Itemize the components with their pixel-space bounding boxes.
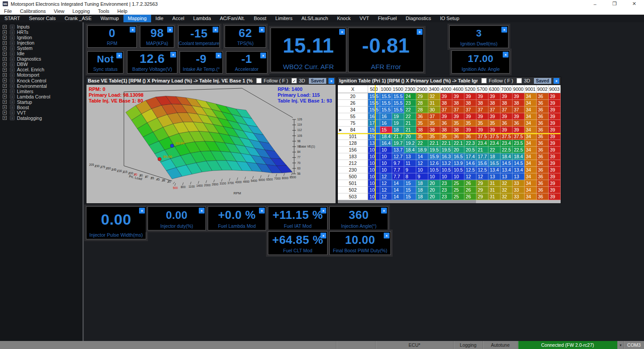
table-cell[interactable]: 23.4: [488, 140, 500, 147]
expand-icon[interactable]: +: [3, 94, 7, 99]
table-cell[interactable]: 38: [500, 100, 513, 107]
table-cell[interactable]: 15.5: [380, 107, 392, 113]
table-cell[interactable]: 12: [380, 180, 392, 187]
expand-icon[interactable]: +: [3, 57, 7, 61]
table-cell[interactable]: 20: [404, 133, 416, 140]
table-cell[interactable]: 10: [452, 173, 464, 180]
row-header-101[interactable]: 101: [338, 133, 368, 140]
table-cell[interactable]: 35: [428, 120, 440, 127]
table-cell[interactable]: 9: [416, 173, 428, 180]
table-cell[interactable]: 36: [537, 140, 549, 147]
table-cell[interactable]: 22.1: [440, 140, 452, 147]
table-cell[interactable]: 10: [368, 193, 380, 200]
table-cell[interactable]: 39: [452, 93, 464, 100]
menu-logging[interactable]: Logging: [68, 8, 94, 15]
table-cell[interactable]: 34: [525, 107, 537, 113]
gauge-close-icon[interactable]: x: [213, 27, 218, 33]
table-cell[interactable]: 34: [525, 173, 537, 180]
column-header-9003[interactable]: 9003: [549, 85, 561, 93]
gauge-close-icon[interactable]: x: [139, 208, 145, 214]
table-cell[interactable]: 39: [549, 133, 561, 140]
table-cell[interactable]: 39: [500, 127, 513, 133]
table-cell[interactable]: 39: [476, 93, 488, 100]
table-cell[interactable]: 10: [440, 173, 452, 180]
table-cell[interactable]: 10: [428, 173, 440, 180]
gauge-close-icon[interactable]: x: [216, 53, 222, 58]
column-header-5700[interactable]: 5700: [476, 85, 488, 93]
table-cell[interactable]: 15: [404, 193, 416, 200]
table-cell[interactable]: 16.4: [380, 140, 392, 147]
gauge-close-icon[interactable]: x: [339, 29, 345, 35]
follow-checkbox[interactable]: [481, 78, 487, 83]
table-cell[interactable]: 14.5: [513, 160, 525, 167]
table-cell[interactable]: 19.5: [428, 147, 440, 153]
table-cell[interactable]: 22: [404, 113, 416, 120]
sidebar-item-startup[interactable]: +↓Startup: [0, 99, 82, 105]
table-cell[interactable]: 36: [537, 120, 549, 127]
gauge-close-icon[interactable]: x: [259, 208, 265, 214]
table-cell[interactable]: 36: [464, 133, 476, 140]
table-cell[interactable]: 23.4: [500, 140, 513, 147]
table-cell[interactable]: 19: [392, 113, 404, 120]
table-cell[interactable]: 22: [404, 107, 416, 113]
row-header-212[interactable]: 212: [338, 160, 368, 167]
table-cell[interactable]: 38: [452, 100, 464, 107]
menu-file[interactable]: File: [0, 8, 16, 15]
table-cell[interactable]: 18: [416, 180, 428, 187]
table-cell[interactable]: 36: [537, 187, 549, 193]
column-header-500[interactable]: 500: [368, 85, 380, 93]
table-cell[interactable]: 10: [368, 160, 380, 167]
tab-start[interactable]: START: [0, 15, 25, 22]
expand-icon[interactable]: +: [3, 105, 7, 109]
row-header-502[interactable]: 502: [338, 187, 368, 193]
row-header-55[interactable]: 55: [338, 113, 368, 120]
table-cell[interactable]: 10: [380, 167, 392, 173]
table-cell[interactable]: 22: [416, 140, 428, 147]
table-cell[interactable]: 10: [416, 167, 428, 173]
sidebar-item-idle[interactable]: +↓Idle: [0, 51, 82, 56]
column-header-9002[interactable]: 9002: [537, 85, 549, 93]
table-cell[interactable]: 23: [440, 187, 452, 193]
table-cell[interactable]: 39: [549, 93, 561, 100]
row-header-75[interactable]: 75: [338, 120, 368, 127]
table-cell[interactable]: 34: [525, 120, 537, 127]
table-cell[interactable]: 21: [404, 120, 416, 127]
table-cell[interactable]: 36: [537, 160, 549, 167]
table-cell[interactable]: 24: [404, 93, 416, 100]
sidebar-item-dbw[interactable]: +↓DBW: [0, 62, 82, 67]
table-cell[interactable]: 30: [428, 107, 440, 113]
table-cell[interactable]: 15.9: [428, 153, 440, 160]
table-cell[interactable]: 35: [416, 133, 428, 140]
expand-icon[interactable]: +: [3, 46, 7, 50]
table-cell[interactable]: 12.5: [464, 167, 476, 173]
table-cell[interactable]: 37: [464, 107, 476, 113]
ecu-status[interactable]: ECU*: [375, 341, 453, 349]
sidebar-item-environmental[interactable]: +↓Environmental: [0, 83, 82, 89]
table-cell[interactable]: 13.4: [488, 167, 500, 173]
com-port[interactable]: COM3: [623, 341, 644, 349]
logging-button[interactable]: Logging: [453, 341, 483, 349]
sidebar-item-inputs[interactable]: +↓Inputs: [0, 24, 82, 29]
table-cell[interactable]: 16: [380, 113, 392, 120]
table-cell[interactable]: 15.5: [392, 100, 404, 107]
table-cell[interactable]: 12: [380, 193, 392, 200]
tab-sensor-cals[interactable]: Sensor Cals: [25, 15, 60, 22]
gauge-close-icon[interactable]: x: [130, 27, 135, 33]
table-cell[interactable]: 36: [500, 120, 513, 127]
table-cell[interactable]: 12: [476, 173, 488, 180]
row-header-230[interactable]: 230: [338, 167, 368, 173]
table-cell[interactable]: 15.5: [392, 93, 404, 100]
table-cell[interactable]: 33: [513, 187, 525, 193]
sidebar-item-hrts[interactable]: +↓HRTs: [0, 29, 82, 35]
table-cell[interactable]: 16: [380, 120, 392, 127]
tab-knock[interactable]: Knock: [332, 15, 355, 22]
table-cell[interactable]: 7.7: [392, 173, 404, 180]
table-cell[interactable]: 36: [452, 133, 464, 140]
table-cell[interactable]: 32: [500, 187, 513, 193]
table-cell[interactable]: 13.9: [452, 160, 464, 167]
expand-icon[interactable]: +: [3, 84, 7, 88]
table-cell[interactable]: 22.3: [464, 140, 476, 147]
column-header-5200[interactable]: 5200: [464, 85, 476, 93]
table-cell[interactable]: 18.9: [416, 147, 428, 153]
table-cell[interactable]: 35: [464, 120, 476, 127]
